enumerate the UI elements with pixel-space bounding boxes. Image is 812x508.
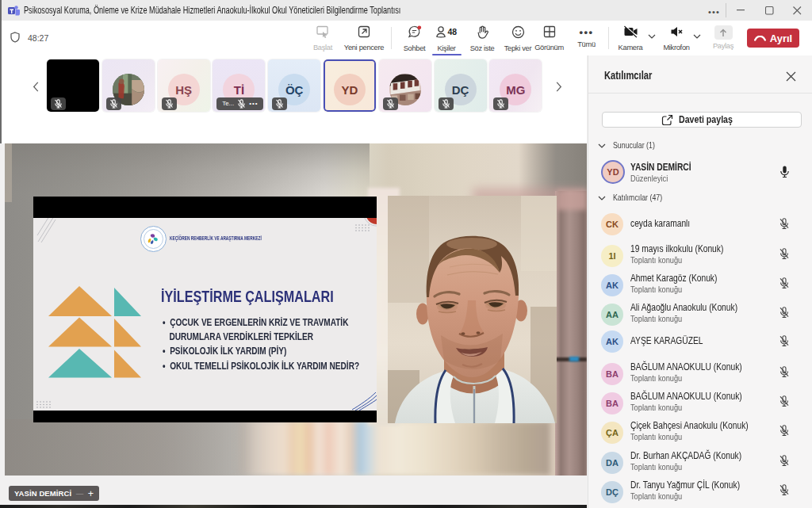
svg-text:48: 48 xyxy=(448,27,458,36)
